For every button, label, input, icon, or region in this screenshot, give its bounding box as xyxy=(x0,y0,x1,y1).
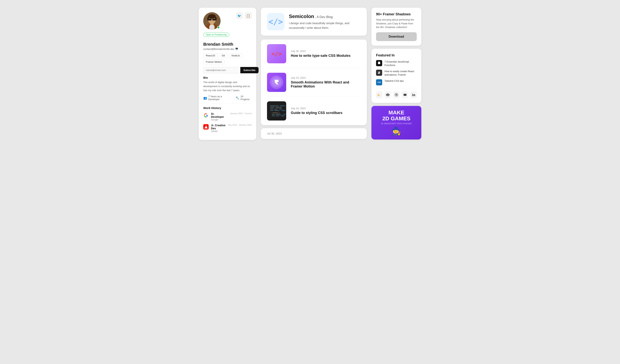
svg-point-6 xyxy=(207,17,209,21)
framer-shadows-title: 90+ Framer Shadows xyxy=(376,12,417,16)
posts-list: </> July 30, 2023 How to write type-safe… xyxy=(261,40,367,125)
featured-in-title: Featured In xyxy=(376,53,417,57)
bottom-post-hint: Jul 30, 2023 xyxy=(261,128,367,139)
svg-rect-12 xyxy=(378,95,378,96)
post-thumb-3: background: #465fff color: #111111 font-… xyxy=(267,101,286,121)
blog-description: I design and code beautifully simple thi… xyxy=(289,21,361,30)
work-history-label: Work History xyxy=(203,106,252,109)
main-content: </> Semicolon , A Dev Blog I design and … xyxy=(261,8,367,139)
featured-item-3[interactable]: CSS Tailwind CSS tips xyxy=(376,79,417,85)
linkedin-icon[interactable] xyxy=(410,91,417,98)
post-3-meta: July 16, 2023 Guide to styling CSS scrol… xyxy=(291,107,361,115)
blog-title-row: Semicolon , A Dev Blog xyxy=(289,14,361,19)
book-cover-art: 🧙 xyxy=(381,127,412,136)
youtube-icon[interactable] xyxy=(402,91,408,98)
post-2-title: Smooth Animations With React and Framer … xyxy=(291,80,361,89)
twitter-icon-button[interactable]: 🐦 xyxy=(236,12,243,19)
twitter-icon: 🐦 xyxy=(237,14,241,18)
notes-icon: 📋 xyxy=(246,14,250,18)
post-1-meta: July 30, 2023 How to write type-safe CSS… xyxy=(291,50,361,58)
featured-icon-3: CSS xyxy=(376,79,382,85)
svg-rect-9 xyxy=(212,19,215,20)
adobe-title: Jr. Creative Dev xyxy=(211,124,226,130)
blog-title: Semicolon xyxy=(289,14,314,19)
tags-container: ReactJS Git NodeJs Framer Motion xyxy=(203,53,252,64)
circle-social-icon[interactable] xyxy=(393,91,400,98)
post-3-date: July 16, 2023 xyxy=(291,107,361,110)
post-item-1[interactable]: </> July 30, 2023 How to write type-safe… xyxy=(267,40,361,68)
notes-icon-button[interactable]: 📋 xyxy=(245,12,252,19)
framer-shadows-widget: 90+ Framer Shadows Stop worrying about p… xyxy=(372,8,421,46)
tag-git: Git xyxy=(219,53,228,58)
featured-icon-1 xyxy=(376,60,382,66)
work-item-google: Sr. Developer Google January 2020 - Curr… xyxy=(203,112,252,121)
post-1-title: How to write type-safe CSS Modules xyxy=(291,54,361,58)
post-1-date: July 30, 2023 xyxy=(291,50,361,53)
online-badge xyxy=(217,26,220,29)
blog-text: Semicolon , A Dev Blog I design and code… xyxy=(289,14,361,30)
bio-label: Bio xyxy=(203,76,252,79)
google-dates: January 2020 - Current xyxy=(230,112,252,115)
user-email: contact@BrendanSmith.dev 🖥️ xyxy=(203,47,252,50)
code-slash-icon: </> xyxy=(268,17,283,27)
book-subtitle: IN JAVASCRIPT WITH PHASER xyxy=(381,122,412,125)
svg-rect-8 xyxy=(209,19,212,20)
adobe-work-info: Jr. Creative Dev Adobe xyxy=(211,124,226,133)
years-stat: 👥 7 Years as a Developer xyxy=(203,95,232,101)
svg-point-7 xyxy=(215,17,217,21)
sidebar-header: 🐦 📋 Open to Freelancing xyxy=(203,12,252,39)
featured-icon-2 xyxy=(376,70,382,76)
featured-text-3: Tailwind CSS tips xyxy=(385,79,404,83)
google-company: Google xyxy=(211,118,228,121)
email-flag-icon: 🖥️ xyxy=(235,47,238,50)
featured-item-2[interactable]: How to easily create React animations: F… xyxy=(376,70,417,76)
post-item-2[interactable]: July 23, 2023 Smooth Animations With Rea… xyxy=(267,68,361,97)
header-icons: 🐦 📋 xyxy=(236,12,252,19)
social-row xyxy=(376,91,417,98)
email-subscribe-row: Subscribe xyxy=(203,67,252,73)
divider-2 xyxy=(376,88,417,88)
projects-icon: 🔧 xyxy=(235,96,239,100)
svg-point-14 xyxy=(396,94,397,95)
google-title: Sr. Developer xyxy=(211,112,228,118)
right-sidebar: 90+ Framer Shadows Stop worrying about p… xyxy=(372,8,421,139)
framer-m-icon xyxy=(270,76,283,89)
framer-shadows-desc: Stop worrying about perfecting the Shado… xyxy=(376,18,417,29)
download-button[interactable]: Download xyxy=(376,32,417,41)
email-input[interactable] xyxy=(203,67,240,73)
google-work-info: Sr. Developer Google xyxy=(211,112,228,121)
user-name: Brendan Smith xyxy=(203,42,252,47)
post-thumb-1: </> xyxy=(267,44,286,63)
featured-item-1[interactable]: 7 Essential JavaScript Functions xyxy=(376,60,417,67)
book-widget[interactable]: MAKE2D GAMES IN JAVASCRIPT WITH PHASER 🧙 xyxy=(372,106,421,139)
code-block-icon: background: #465fff color: #111111 font-… xyxy=(268,102,286,120)
post-2-date: July 23, 2023 xyxy=(291,76,361,79)
blog-logo: </> xyxy=(267,13,284,30)
post-1-icon: </> xyxy=(271,50,282,57)
post-2-meta: July 23, 2023 Smooth Animations With Rea… xyxy=(291,76,361,89)
post-item-3[interactable]: background: #465fff color: #111111 font-… xyxy=(267,97,361,125)
tag-reactjs: ReactJS xyxy=(203,53,218,58)
book-title: MAKE2D GAMES xyxy=(381,110,412,122)
bio-text: The world of digital design and developm… xyxy=(203,80,252,92)
rss-icon[interactable] xyxy=(376,91,382,98)
subscribe-button[interactable]: Subscribe xyxy=(240,67,259,73)
bio-section: Bio The world of digital design and deve… xyxy=(203,76,252,92)
blog-title-suffix: , A Dev Blog xyxy=(315,15,333,19)
bottom-post-date: Jul 30, 2023 xyxy=(267,132,361,135)
adobe-logo xyxy=(203,124,209,130)
work-item-adobe: Jr. Creative Dev Adobe Sep 2016 - Januar… xyxy=(203,124,252,133)
codepen-icon[interactable] xyxy=(385,91,391,98)
svg-point-5 xyxy=(208,14,216,19)
avatar-wrap xyxy=(203,12,220,30)
adobe-dates: Sep 2016 - January 2020 xyxy=(228,124,252,126)
post-3-title: Guide to styling CSS scrollbars xyxy=(291,111,361,115)
featured-text-1: 7 Essential JavaScript Functions xyxy=(385,60,417,67)
tag-nodejs: NodeJs xyxy=(229,53,242,58)
years-icon: 👥 xyxy=(203,96,207,100)
stats-row: 👥 7 Years as a Developer 🔧 24 Projects xyxy=(203,95,252,101)
left-sidebar: 🐦 📋 Open to Freelancing Brendan Smith co… xyxy=(199,8,256,140)
featured-text-2: How to easily create React animations: F… xyxy=(385,70,417,76)
blog-header: </> Semicolon , A Dev Blog I design and … xyxy=(261,8,367,36)
projects-stat: 🔧 24 Projects xyxy=(235,95,252,101)
